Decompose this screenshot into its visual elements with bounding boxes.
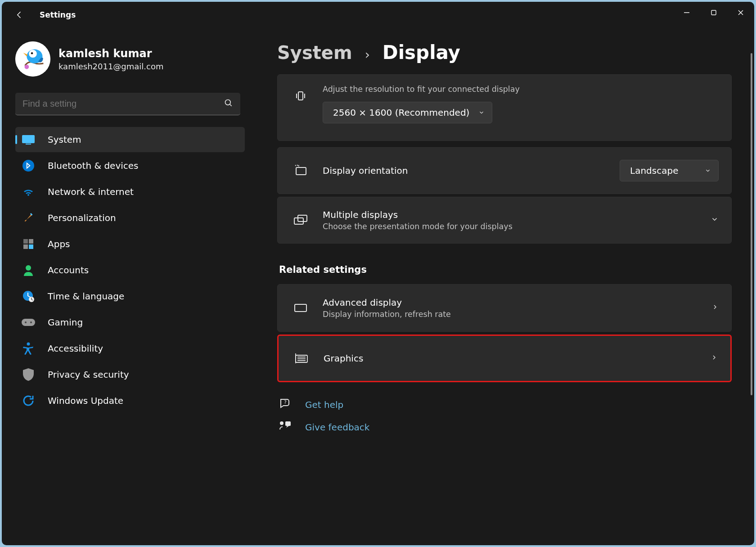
svg-point-9 [225,100,231,105]
search-wrap [15,93,240,115]
orientation-icon [290,165,311,176]
orientation-label: Display orientation [311,165,408,176]
sidebar-item-bluetooth[interactable]: Bluetooth & devices [15,153,245,178]
sidebar-item-label: Accounts [48,265,89,276]
breadcrumb-parent[interactable]: System [277,42,352,63]
get-help-label: Get help [305,399,343,410]
wifi-icon [22,185,35,199]
update-icon [22,394,35,407]
display-resolution-card[interactable]: Adjust the resolution to fit your connec… [277,74,732,141]
svg-point-36 [280,421,284,425]
paintbrush-icon [22,211,35,225]
svg-text:?: ? [284,399,287,405]
graphics-icon [291,353,312,364]
sidebar-item-label: Time & language [48,291,124,302]
svg-rect-17 [23,244,28,249]
apps-icon [22,237,35,251]
maximize-button[interactable] [700,2,727,23]
advanced-desc: Display information, refresh rate [323,310,711,319]
svg-rect-29 [295,304,306,312]
svg-rect-1 [711,10,716,15]
sidebar-item-label: Apps [48,239,70,249]
chevron-right-icon [711,354,718,363]
multiple-desc: Choose the presentation mode for your di… [323,222,711,231]
resolution-desc: Adjust the resolution to fit your connec… [323,85,719,94]
back-button[interactable] [14,10,24,20]
nav: System Bluetooth & devices Network & int… [15,127,245,413]
sidebar-item-label: Windows Update [48,395,123,406]
svg-point-24 [27,343,30,346]
breadcrumb-current: Display [382,41,460,63]
multiple-displays-icon [290,214,311,226]
graphics-title: Graphics [324,353,711,364]
user-name: kamlesh kumar [58,47,164,60]
titlebar: Settings [2,2,754,28]
monitor-icon [290,303,311,313]
give-feedback-link[interactable]: Give feedback [279,420,748,434]
sidebar-item-system[interactable]: System [15,127,245,152]
accessibility-icon [22,342,35,355]
sidebar-item-label: Gaming [48,317,83,328]
svg-rect-11 [22,135,35,143]
svg-rect-15 [23,239,28,244]
gamepad-icon [22,316,35,329]
avatar [15,41,50,77]
help-links: ? Get help Give feedback [277,398,748,434]
sidebar-item-windows-update[interactable]: Windows Update [15,388,245,413]
svg-point-23 [30,321,32,323]
user-account-row[interactable]: kamlesh kumar kamlesh2011@gmail.com [15,41,245,77]
svg-point-22 [25,321,27,323]
sidebar-item-accounts[interactable]: Accounts [15,258,245,283]
svg-rect-26 [296,167,306,175]
sidebar-item-time-language[interactable]: Time & language [15,284,245,309]
multiple-displays-card[interactable]: Multiple displays Choose the presentatio… [277,197,732,244]
bluetooth-icon [22,159,35,172]
give-feedback-label: Give feedback [305,422,369,433]
sidebar-item-privacy[interactable]: Privacy & security [15,362,245,387]
svg-point-7 [31,52,33,54]
sidebar-item-gaming[interactable]: Gaming [15,310,245,335]
svg-point-13 [22,160,34,172]
related-settings-title: Related settings [279,264,748,275]
sidebar-item-apps[interactable]: Apps [15,231,245,257]
svg-rect-18 [29,244,33,249]
window-controls [673,2,754,23]
sidebar-item-label: Accessibility [48,343,103,354]
sidebar-item-label: Bluetooth & devices [48,160,139,171]
sidebar-item-accessibility[interactable]: Accessibility [15,336,245,361]
sidebar-item-personalization[interactable]: Personalization [15,205,245,231]
svg-rect-25 [298,92,303,100]
get-help-link[interactable]: ? Get help [279,398,748,411]
close-button[interactable] [727,2,754,23]
search-input[interactable] [15,93,240,115]
sidebar: kamlesh kumar kamlesh2011@gmail.com Syst… [2,28,245,545]
svg-point-8 [24,65,29,69]
sidebar-item-label: Network & internet [48,186,134,197]
sidebar-item-label: Privacy & security [48,369,129,380]
feedback-icon [279,420,291,434]
scrollbar[interactable] [751,53,752,395]
graphics-card[interactable]: Graphics [277,335,732,382]
chevron-right-icon: › [365,47,370,62]
chevron-down-icon [705,165,711,176]
resolution-value: 2560 × 1600 (Recommended) [333,107,469,118]
sidebar-item-network[interactable]: Network & internet [15,179,245,204]
chevron-down-icon [711,215,719,225]
minimize-button[interactable] [673,2,700,23]
resolution-select[interactable]: 2560 × 1600 (Recommended) [323,102,492,123]
svg-rect-12 [26,144,31,145]
orientation-select[interactable]: Landscape [620,160,719,181]
main-panel: System › Display Adjust the resolution t… [245,28,754,545]
display-orientation-card[interactable]: Display orientation Landscape [277,147,732,194]
advanced-display-card[interactable]: Advanced display Display information, re… [277,284,732,332]
display-icon [22,133,35,146]
svg-point-19 [26,265,31,271]
sidebar-item-label: System [48,134,81,145]
person-icon [22,263,35,277]
breadcrumb: System › Display [277,41,748,63]
settings-window: Settings [2,2,754,545]
app-title: Settings [40,10,76,19]
svg-line-10 [230,104,232,106]
sidebar-item-label: Personalization [48,212,116,223]
svg-rect-16 [29,239,33,244]
